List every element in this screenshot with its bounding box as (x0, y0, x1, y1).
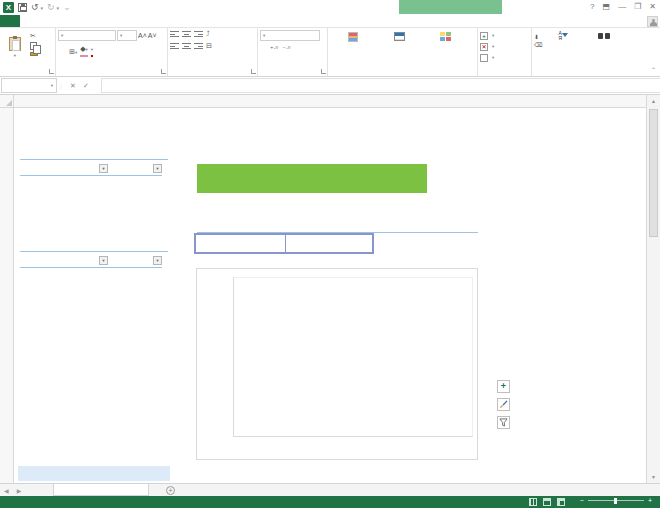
chart-plot-area (233, 277, 473, 437)
sheet-area[interactable]: ▼ ▼ ▼ ▼ (14, 108, 646, 483)
filter-icon[interactable]: ▼ (99, 256, 108, 265)
align-center-icon[interactable] (182, 42, 191, 50)
new-sheet-icon[interactable]: + (166, 486, 175, 495)
find-select-button[interactable] (584, 30, 624, 66)
prev-sheet-icon[interactable]: ◀ (4, 487, 9, 494)
redo-dropdown-icon[interactable]: ▾ (57, 5, 60, 11)
income-table: ▼ ▼ (20, 162, 162, 176)
alignment-dialog-launcher[interactable] (251, 69, 256, 74)
align-bottom-icon[interactable] (194, 30, 203, 38)
insert-cells-button[interactable]: +▾ (480, 30, 529, 41)
chart-elements-button[interactable]: + (497, 380, 510, 393)
format-as-table-button[interactable] (376, 30, 422, 66)
name-box[interactable]: ▾ (1, 78, 57, 93)
number-dialog-launcher[interactable] (321, 69, 326, 74)
orientation-icon[interactable]: ⤴ (206, 30, 217, 41)
filter-icon[interactable]: ▼ (153, 256, 162, 265)
quick-access-toolbar: X ↺▾ ↻▾ ⌄ (3, 2, 71, 13)
align-middle-icon[interactable] (182, 30, 191, 38)
cell-styles-button[interactable] (422, 30, 468, 66)
shrink-font-icon[interactable]: A˅ (148, 32, 157, 40)
vertical-scroll-thumb[interactable] (649, 109, 658, 237)
redo-icon[interactable]: ↻ (47, 2, 55, 13)
filter-icon[interactable]: ▼ (99, 164, 108, 173)
qat-customize-icon[interactable]: ⌄ (63, 2, 71, 13)
font-size-input[interactable]: ▾ (117, 30, 137, 41)
copy-icon[interactable] (30, 42, 37, 50)
delete-cells-button[interactable]: ✕▾ (480, 41, 529, 52)
expenses-table: ▼ ▼ (20, 254, 162, 268)
paste-button[interactable]: ▾ (2, 30, 28, 64)
row-headers (0, 108, 14, 483)
minimize-icon[interactable]: — (618, 2, 626, 11)
excel-logo-icon[interactable]: X (3, 2, 14, 13)
help-icon[interactable]: ? (590, 2, 594, 11)
collapse-ribbon-icon[interactable]: ⌃ (651, 66, 656, 73)
group-styles (328, 28, 478, 76)
budget-bar-chart[interactable] (196, 268, 478, 460)
percent-spent-bar[interactable] (197, 164, 427, 193)
save-icon[interactable] (18, 3, 27, 12)
cell-selection-border (194, 233, 374, 254)
note-cell[interactable] (18, 466, 170, 481)
next-sheet-icon[interactable]: ▶ (17, 487, 22, 494)
decrease-decimal-icon[interactable]: ⁻·⁰ (282, 45, 290, 53)
zoom-slider-thumb[interactable] (614, 498, 617, 504)
close-icon[interactable]: ✕ (649, 2, 656, 11)
tab-file[interactable] (0, 15, 20, 27)
undo-dropdown-icon[interactable]: ▾ (41, 5, 44, 11)
scroll-down-icon[interactable]: ▼ (647, 471, 660, 483)
chart-filters-button[interactable] (497, 416, 510, 429)
avatar[interactable] (647, 16, 658, 27)
align-left-icon[interactable] (170, 42, 179, 50)
ribbon-display-icon[interactable]: ⬒ (603, 2, 611, 11)
vertical-scrollbar[interactable]: ▲ ▼ (646, 95, 660, 483)
font-color-icon[interactable]: ▾ (91, 45, 93, 57)
merge-center-icon[interactable]: ⊟ (206, 42, 217, 53)
page-break-view-icon[interactable] (557, 498, 565, 506)
normal-view-icon[interactable] (529, 498, 537, 506)
filter-icon[interactable]: ▼ (153, 164, 162, 173)
scroll-up-icon[interactable]: ▲ (647, 95, 660, 107)
binoculars-icon (598, 32, 610, 40)
fill-color-icon[interactable]: ◆▾ (80, 45, 88, 57)
chart-styles-button[interactable] (497, 398, 510, 411)
align-right-icon[interactable] (194, 42, 203, 50)
restore-icon[interactable]: ❐ (634, 2, 641, 11)
sort-filter-button[interactable] (542, 30, 584, 66)
cut-icon[interactable]: ✂ (30, 32, 38, 40)
zoom-slider[interactable] (588, 500, 644, 501)
group-editing: ⬇ ⌫ (532, 28, 636, 76)
increase-decimal-icon[interactable]: ⁺·⁰ (270, 45, 278, 53)
active-sheet-tab[interactable] (53, 484, 149, 496)
fill-icon[interactable]: ⬇ (534, 33, 542, 40)
zoom-in-icon[interactable]: + (648, 497, 652, 504)
excel-window: X ↺▾ ↻▾ ⌄ ? ⬒ — ❐ ✕ ▾ ✂ (0, 0, 660, 508)
clipboard-dialog-launcher[interactable] (49, 69, 54, 74)
font-name-input[interactable]: ▾ (58, 30, 116, 41)
select-all-corner[interactable] (0, 95, 14, 107)
group-clipboard: ▾ ✂ (0, 28, 56, 76)
plus-icon: + (501, 382, 506, 391)
align-top-icon[interactable] (170, 30, 179, 38)
page-layout-view-icon[interactable] (543, 498, 551, 506)
number-format-select[interactable]: ▾ (260, 30, 320, 41)
group-cells: +▾ ✕▾ ▾ (478, 28, 532, 76)
enter-formula-icon[interactable]: ✓ (83, 82, 89, 90)
formula-bar: ▾ ⋮ ✕ ✓ (0, 77, 660, 95)
clear-icon[interactable]: ⌫ (534, 41, 542, 48)
format-cells-button[interactable]: ▾ (480, 52, 529, 63)
ribbon: ▾ ✂ ▾ ▾ A˄ A˅ ⊞▾ ◆▾ ▾ (0, 28, 660, 77)
group-number: ▾ ⁺·⁰ ⁻·⁰ (258, 28, 328, 76)
cancel-formula-icon[interactable]: ✕ (70, 82, 76, 90)
undo-icon[interactable]: ↺ (31, 2, 39, 13)
sort-filter-icon (558, 32, 568, 41)
sheet-tab-bar: ◀ ▶ + ▶ (0, 483, 660, 496)
grow-font-icon[interactable]: A˄ (138, 32, 147, 40)
formula-input[interactable] (101, 78, 660, 93)
borders-icon[interactable]: ⊞▾ (69, 48, 77, 57)
zoom-out-icon[interactable]: − (580, 497, 584, 504)
conditional-formatting-button[interactable] (330, 30, 376, 66)
font-dialog-launcher[interactable] (161, 69, 166, 74)
ribbon-tabs (0, 15, 660, 28)
